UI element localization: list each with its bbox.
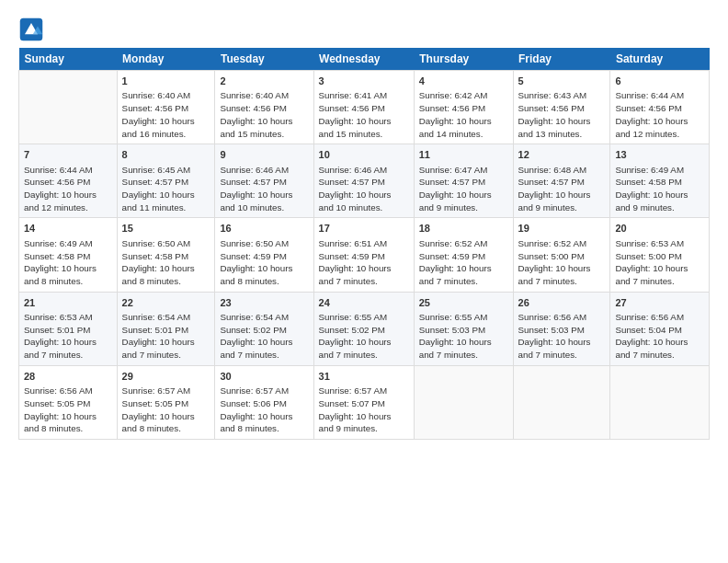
week-row-4: 28Sunrise: 6:56 AM Sunset: 5:05 PM Dayli… (19, 365, 710, 439)
day-number: 7 (24, 148, 112, 162)
day-number: 18 (419, 222, 508, 236)
day-cell: 14Sunrise: 6:49 AM Sunset: 4:58 PM Dayli… (19, 218, 118, 292)
day-number: 30 (220, 370, 308, 384)
day-cell: 21Sunrise: 6:53 AM Sunset: 5:01 PM Dayli… (19, 292, 118, 365)
day-info: Sunrise: 6:56 AM Sunset: 5:03 PM Dayligh… (518, 311, 606, 362)
day-cell: 26Sunrise: 6:56 AM Sunset: 5:03 PM Dayli… (513, 292, 610, 365)
day-cell: 13Sunrise: 6:49 AM Sunset: 4:58 PM Dayli… (610, 144, 710, 218)
day-number: 4 (419, 75, 508, 88)
day-cell: 15Sunrise: 6:50 AM Sunset: 4:58 PM Dayli… (117, 218, 215, 292)
day-cell: 6Sunrise: 6:44 AM Sunset: 4:56 PM Daylig… (610, 71, 710, 144)
day-cell: 30Sunrise: 6:57 AM Sunset: 5:06 PM Dayli… (215, 365, 313, 439)
day-cell: 27Sunrise: 6:56 AM Sunset: 5:04 PM Dayli… (610, 292, 710, 365)
day-cell: 7Sunrise: 6:44 AM Sunset: 4:56 PM Daylig… (19, 144, 118, 218)
week-row-3: 21Sunrise: 6:53 AM Sunset: 5:01 PM Dayli… (19, 292, 710, 365)
week-row-2: 14Sunrise: 6:49 AM Sunset: 4:58 PM Dayli… (19, 218, 710, 292)
day-cell: 10Sunrise: 6:46 AM Sunset: 4:57 PM Dayli… (313, 144, 414, 218)
day-cell: 3Sunrise: 6:41 AM Sunset: 4:56 PM Daylig… (313, 71, 414, 144)
day-info: Sunrise: 6:57 AM Sunset: 5:07 PM Dayligh… (319, 385, 409, 435)
calendar-table: SundayMondayTuesdayWednesdayThursdayFrid… (18, 48, 710, 440)
day-info: Sunrise: 6:47 AM Sunset: 4:57 PM Dayligh… (419, 164, 508, 214)
day-info: Sunrise: 6:56 AM Sunset: 5:04 PM Dayligh… (615, 311, 704, 362)
day-info: Sunrise: 6:55 AM Sunset: 5:03 PM Dayligh… (419, 311, 508, 362)
day-cell (513, 365, 610, 439)
day-number: 5 (518, 75, 606, 88)
day-info: Sunrise: 6:56 AM Sunset: 5:05 PM Dayligh… (24, 385, 112, 435)
day-number: 29 (122, 370, 210, 384)
day-number: 16 (220, 222, 308, 236)
day-number: 11 (419, 148, 508, 162)
day-cell: 5Sunrise: 6:43 AM Sunset: 4:56 PM Daylig… (513, 71, 610, 144)
day-cell: 18Sunrise: 6:52 AM Sunset: 4:59 PM Dayli… (414, 218, 513, 292)
col-header-saturday: Saturday (610, 48, 710, 71)
day-number: 27 (615, 296, 704, 310)
day-number: 24 (319, 296, 409, 310)
day-number: 21 (24, 296, 112, 310)
day-number: 26 (518, 296, 606, 310)
day-number: 19 (518, 222, 606, 236)
day-number: 9 (220, 148, 308, 162)
day-info: Sunrise: 6:52 AM Sunset: 4:59 PM Dayligh… (419, 237, 508, 288)
day-number: 20 (615, 222, 704, 236)
day-cell: 16Sunrise: 6:50 AM Sunset: 4:59 PM Dayli… (215, 218, 313, 292)
day-number: 22 (122, 296, 210, 310)
day-cell: 8Sunrise: 6:45 AM Sunset: 4:57 PM Daylig… (117, 144, 215, 218)
day-info: Sunrise: 6:54 AM Sunset: 5:01 PM Dayligh… (122, 311, 210, 362)
week-row-0: 1Sunrise: 6:40 AM Sunset: 4:56 PM Daylig… (19, 71, 710, 144)
day-info: Sunrise: 6:50 AM Sunset: 4:59 PM Dayligh… (220, 237, 308, 288)
day-cell (610, 365, 710, 439)
day-cell (19, 71, 118, 144)
day-number: 13 (615, 148, 704, 162)
logo (18, 17, 46, 42)
day-info: Sunrise: 6:40 AM Sunset: 4:56 PM Dayligh… (122, 89, 210, 140)
day-info: Sunrise: 6:57 AM Sunset: 5:06 PM Dayligh… (220, 385, 308, 435)
day-info: Sunrise: 6:57 AM Sunset: 5:05 PM Dayligh… (122, 385, 210, 435)
day-cell: 28Sunrise: 6:56 AM Sunset: 5:05 PM Dayli… (19, 365, 118, 439)
day-info: Sunrise: 6:51 AM Sunset: 4:59 PM Dayligh… (319, 237, 409, 288)
day-cell: 4Sunrise: 6:42 AM Sunset: 4:56 PM Daylig… (414, 71, 513, 144)
day-info: Sunrise: 6:53 AM Sunset: 5:01 PM Dayligh… (24, 311, 112, 362)
day-number: 31 (319, 370, 409, 384)
day-info: Sunrise: 6:41 AM Sunset: 4:56 PM Dayligh… (319, 89, 409, 140)
day-info: Sunrise: 6:46 AM Sunset: 4:57 PM Dayligh… (319, 164, 409, 214)
day-info: Sunrise: 6:44 AM Sunset: 4:56 PM Dayligh… (615, 89, 704, 140)
day-cell: 23Sunrise: 6:54 AM Sunset: 5:02 PM Dayli… (215, 292, 313, 365)
day-cell: 19Sunrise: 6:52 AM Sunset: 5:00 PM Dayli… (513, 218, 610, 292)
day-info: Sunrise: 6:49 AM Sunset: 4:58 PM Dayligh… (24, 237, 112, 288)
day-number: 3 (319, 75, 409, 88)
day-cell: 22Sunrise: 6:54 AM Sunset: 5:01 PM Dayli… (117, 292, 215, 365)
day-number: 1 (122, 75, 210, 88)
col-header-tuesday: Tuesday (215, 48, 313, 71)
day-info: Sunrise: 6:42 AM Sunset: 4:56 PM Dayligh… (419, 89, 508, 140)
day-number: 15 (122, 222, 210, 236)
day-cell: 9Sunrise: 6:46 AM Sunset: 4:57 PM Daylig… (215, 144, 313, 218)
day-info: Sunrise: 6:53 AM Sunset: 5:00 PM Dayligh… (615, 237, 704, 288)
day-info: Sunrise: 6:50 AM Sunset: 4:58 PM Dayligh… (122, 237, 210, 288)
day-cell (414, 365, 513, 439)
day-info: Sunrise: 6:49 AM Sunset: 4:58 PM Dayligh… (615, 164, 704, 214)
page: SundayMondayTuesdayWednesdayThursdayFrid… (0, 0, 728, 449)
col-header-thursday: Thursday (414, 48, 513, 71)
day-cell: 24Sunrise: 6:55 AM Sunset: 5:02 PM Dayli… (313, 292, 414, 365)
day-info: Sunrise: 6:52 AM Sunset: 5:00 PM Dayligh… (518, 237, 606, 288)
day-cell: 1Sunrise: 6:40 AM Sunset: 4:56 PM Daylig… (117, 71, 215, 144)
header-row: SundayMondayTuesdayWednesdayThursdayFrid… (19, 48, 710, 71)
day-number: 8 (122, 148, 210, 162)
day-info: Sunrise: 6:43 AM Sunset: 4:56 PM Dayligh… (518, 89, 606, 140)
day-number: 12 (518, 148, 606, 162)
day-cell: 11Sunrise: 6:47 AM Sunset: 4:57 PM Dayli… (414, 144, 513, 218)
day-info: Sunrise: 6:46 AM Sunset: 4:57 PM Dayligh… (220, 164, 308, 214)
day-info: Sunrise: 6:48 AM Sunset: 4:57 PM Dayligh… (518, 164, 606, 214)
day-info: Sunrise: 6:40 AM Sunset: 4:56 PM Dayligh… (220, 89, 308, 140)
day-number: 17 (319, 222, 409, 236)
logo-icon (18, 17, 44, 42)
col-header-monday: Monday (117, 48, 215, 71)
day-cell: 29Sunrise: 6:57 AM Sunset: 5:05 PM Dayli… (117, 365, 215, 439)
day-number: 6 (615, 75, 704, 88)
day-number: 14 (24, 222, 112, 236)
day-info: Sunrise: 6:54 AM Sunset: 5:02 PM Dayligh… (220, 311, 308, 362)
day-info: Sunrise: 6:44 AM Sunset: 4:56 PM Dayligh… (24, 164, 112, 214)
day-number: 25 (419, 296, 508, 310)
day-cell: 12Sunrise: 6:48 AM Sunset: 4:57 PM Dayli… (513, 144, 610, 218)
col-header-sunday: Sunday (19, 48, 118, 71)
